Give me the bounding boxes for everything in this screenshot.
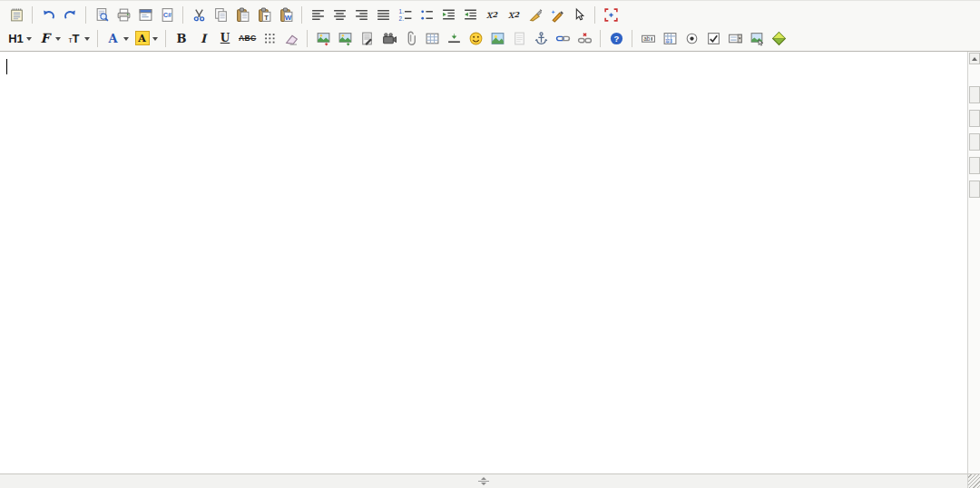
window-icon	[138, 7, 153, 23]
editor-content-area[interactable]	[0, 52, 967, 473]
strikethrough-button[interactable]: ABC	[237, 28, 258, 48]
attach-file-button[interactable]	[400, 28, 420, 48]
heading-select[interactable]: H1	[6, 28, 34, 48]
font-select[interactable]: F	[35, 28, 63, 48]
svg-text:T: T	[264, 13, 269, 21]
toolbar: C#TW1.2.x2x2 H1FтTAABIUABC?ab123	[0, 0, 980, 52]
paste-button[interactable]	[232, 5, 252, 24]
subscript-button[interactable]: x2	[482, 5, 502, 24]
cursor-icon	[572, 7, 587, 23]
form-select-button[interactable]	[725, 28, 745, 48]
remove-format-button[interactable]	[281, 28, 301, 48]
italic-button[interactable]: I	[193, 28, 213, 48]
eraser-icon	[284, 31, 299, 46]
new-document-button[interactable]	[6, 5, 26, 24]
text-color-button[interactable]: A	[103, 28, 131, 48]
align-left-button[interactable]	[308, 5, 328, 24]
maximize-button[interactable]	[601, 5, 621, 24]
undo-button[interactable]	[38, 5, 58, 24]
select-cursor-button[interactable]	[569, 5, 589, 24]
templates-button[interactable]	[135, 5, 155, 24]
insert-media-button[interactable]	[357, 28, 377, 48]
paste-text-icon: T	[257, 7, 272, 23]
print-button[interactable]	[113, 5, 133, 24]
form-checkbox-button[interactable]	[703, 28, 723, 48]
unordered-list-button[interactable]	[416, 5, 436, 24]
toolbar-separator	[85, 6, 86, 24]
paste-as-text-button[interactable]: T	[254, 5, 274, 24]
align-center-icon	[332, 7, 348, 23]
text-field-icon: ab	[641, 31, 656, 46]
table-icon	[425, 31, 440, 46]
insert-image-button[interactable]	[313, 28, 333, 48]
indent-button[interactable]	[438, 5, 458, 24]
document-code-icon: C#	[160, 7, 175, 23]
side-rail-button-2[interactable]	[969, 110, 980, 127]
notepad-icon	[9, 7, 24, 23]
superscript-button[interactable]: x2	[504, 5, 524, 24]
font-size-label-big: T	[73, 33, 80, 44]
horizontal-rule-icon	[446, 31, 462, 46]
help-icon: ?	[609, 31, 624, 46]
side-rail-button-1[interactable]	[969, 86, 980, 103]
svg-text:1.: 1.	[398, 7, 404, 14]
special-characters-button[interactable]	[260, 28, 279, 48]
redo-button[interactable]	[60, 5, 80, 24]
toolbar-separator	[97, 30, 98, 47]
highlight-color-button[interactable]: A	[132, 28, 160, 48]
select-field-icon	[728, 31, 743, 46]
document-properties-button[interactable]: C#	[157, 5, 177, 24]
justify-button[interactable]	[373, 5, 393, 24]
insert-link-button[interactable]	[553, 28, 573, 48]
underline-icon: U	[218, 31, 233, 46]
upload-image-button[interactable]	[335, 28, 355, 48]
preview-button[interactable]	[92, 5, 112, 24]
insert-video-button[interactable]	[378, 28, 398, 48]
scroll-up-button[interactable]	[969, 53, 980, 64]
spell-check-button[interactable]	[547, 5, 567, 24]
page-break-button[interactable]	[509, 28, 529, 48]
cut-button[interactable]	[189, 5, 209, 24]
form-textarea-button[interactable]: 123	[660, 28, 680, 48]
bold-button[interactable]: B	[172, 28, 191, 48]
italic-icon: I	[196, 31, 211, 46]
svg-text:W: W	[284, 14, 291, 22]
align-right-button[interactable]	[351, 5, 371, 24]
ordered-list-button[interactable]: 1.2.	[395, 5, 415, 24]
form-textfield-button[interactable]: ab	[638, 28, 658, 48]
heading-icon: H1	[8, 31, 24, 46]
picture-icon	[490, 31, 505, 46]
remove-link-button[interactable]	[574, 28, 594, 48]
toolbar-row-2: H1FтTAABIUABC?ab123	[2, 26, 978, 50]
help-button[interactable]: ?	[606, 28, 626, 48]
preview-icon	[94, 7, 110, 23]
side-rail-button-5[interactable]	[969, 181, 980, 198]
insert-picture-button[interactable]	[487, 28, 507, 48]
indent-icon	[441, 7, 456, 23]
insert-table-button[interactable]	[422, 28, 442, 48]
underline-button[interactable]: U	[215, 28, 235, 48]
svg-text:2.: 2.	[398, 15, 404, 21]
corner-resize-grip[interactable]	[967, 473, 980, 488]
resize-handle[interactable]	[475, 476, 493, 486]
font-size-icon: тT	[66, 31, 82, 46]
anchor-icon	[534, 31, 549, 46]
toolbar-separator	[32, 6, 33, 24]
insert-emoticon-button[interactable]	[466, 28, 485, 48]
align-center-button[interactable]	[329, 5, 349, 24]
side-rail-button-4[interactable]	[969, 157, 980, 174]
form-radio-button[interactable]	[681, 28, 701, 48]
toolbar-separator	[182, 6, 183, 24]
insert-rule-button[interactable]	[444, 28, 464, 48]
side-rail-button-3[interactable]	[969, 133, 980, 151]
insert-anchor-button[interactable]	[531, 28, 551, 48]
font-size-select[interactable]: тT	[64, 28, 92, 48]
outdent-button[interactable]	[460, 5, 480, 24]
paste-from-word-button[interactable]: W	[276, 5, 296, 24]
form-image-button[interactable]	[747, 28, 767, 48]
color-dropper-button[interactable]	[525, 5, 545, 24]
diamond-icon	[771, 31, 787, 46]
copy-button[interactable]	[211, 5, 230, 24]
toolbar-separator	[600, 30, 601, 47]
form-submit-button[interactable]	[769, 28, 789, 48]
